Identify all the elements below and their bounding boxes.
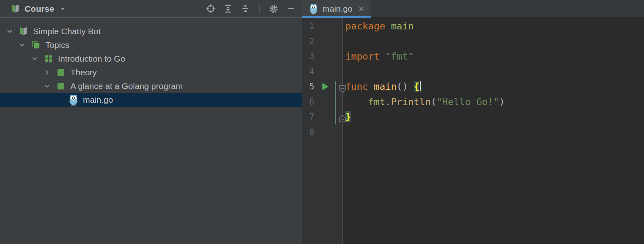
chevron-down-icon[interactable] — [18, 41, 26, 49]
topics-stack-icon — [31, 39, 41, 51]
code-token: "Hello Go!" — [436, 96, 499, 108]
matched-brace: { — [414, 81, 419, 92]
code-line[interactable] — [345, 125, 644, 140]
code-token: main — [374, 81, 397, 92]
task-square-icon — [56, 80, 66, 92]
code-token: . — [385, 96, 391, 108]
chevron-right-icon[interactable] — [43, 68, 51, 77]
editor-tab-bar: main.go ✕ — [302, 0, 644, 18]
close-tab-icon[interactable]: ✕ — [358, 4, 365, 13]
select-opened-file-icon[interactable] — [205, 3, 217, 14]
code-token — [385, 21, 391, 32]
tab-main-go[interactable]: main.go ✕ — [302, 0, 371, 17]
code-token: package — [345, 21, 385, 32]
fold-region-end-icon[interactable] — [338, 114, 347, 123]
hide-panel-icon[interactable] — [285, 3, 297, 14]
chevron-down-icon[interactable] — [43, 82, 51, 90]
tool-window-dropdown-chevron-icon[interactable] — [58, 4, 67, 13]
code-line[interactable]: fmt.Println("Hello Go!") — [345, 95, 644, 110]
code-token — [368, 81, 374, 92]
toolbar-separator — [259, 4, 260, 14]
line-number: 1 — [305, 19, 314, 34]
code-token — [345, 96, 368, 108]
task-square-icon — [56, 66, 66, 79]
settings-gear-icon[interactable] — [268, 3, 280, 15]
collapse-all-icon[interactable] — [239, 3, 251, 14]
expand-all-icon[interactable] — [222, 3, 234, 14]
code-token: ( — [431, 96, 436, 108]
tree-item-label: main.go — [83, 95, 113, 105]
editor-panel: main.go ✕ 1 2 3 4 5 6 7 8 — [302, 0, 644, 244]
tree-item-theory[interactable]: Theory — [0, 66, 302, 79]
tree-item-label: Topics — [45, 40, 70, 50]
line-number: 8 — [305, 125, 314, 140]
tab-label: main.go — [322, 4, 353, 14]
chevron-slot-empty — [56, 96, 64, 104]
tree-item-simple-chatty-bot[interactable]: Simple Chatty Bot — [0, 25, 302, 38]
chevron-down-icon[interactable] — [31, 55, 39, 63]
code-token: Println — [391, 96, 431, 108]
tree-item-label: Introduction to Go — [58, 54, 125, 64]
tree-item-label: Simple Chatty Bot — [33, 27, 101, 36]
code-token: fmt — [368, 96, 385, 108]
course-tree: Simple Chatty Bot Topics Introduction to… — [0, 18, 302, 107]
line-number: 7 — [305, 110, 314, 125]
code-token — [380, 51, 385, 62]
code-line[interactable]: package main — [345, 19, 644, 34]
code-line[interactable]: } — [345, 110, 644, 125]
code-line[interactable] — [345, 64, 644, 80]
tree-item-label: Theory — [70, 68, 97, 77]
text-caret — [420, 81, 421, 91]
tree-item-label: A glance at a Golang program — [70, 81, 183, 91]
tree-item-main-go[interactable]: main.go — [0, 93, 302, 107]
code-editor[interactable]: 1 2 3 4 5 6 7 8 — [302, 18, 644, 244]
code-area[interactable]: package main import "fmt" func main() { … — [343, 18, 644, 244]
ide-window: Course — [0, 0, 644, 244]
code-line[interactable]: import "fmt" — [345, 49, 644, 64]
line-number: 2 — [305, 34, 314, 50]
go-gopher-icon — [309, 3, 318, 14]
run-main-icon[interactable] — [321, 82, 330, 91]
editor-gutter[interactable]: 1 2 3 4 5 6 7 8 — [302, 18, 343, 244]
course-toolbar: Course — [0, 0, 302, 18]
line-number: 3 — [305, 49, 314, 64]
code-token: ) — [499, 96, 505, 108]
code-token: main — [391, 21, 414, 32]
tool-window-title[interactable]: Course — [25, 4, 54, 14]
vcs-added-lines-stripe[interactable] — [335, 81, 336, 124]
tree-item-topics[interactable]: Topics — [0, 38, 302, 52]
toolbar-actions — [205, 3, 297, 15]
line-number: 6 — [305, 95, 314, 110]
line-number: 4 — [305, 64, 314, 80]
code-token: () — [396, 81, 413, 92]
code-token: import — [345, 51, 380, 62]
tree-item-introduction-to-go[interactable]: Introduction to Go — [0, 52, 302, 66]
lesson-grid-icon — [43, 53, 54, 65]
course-tool-window: Course — [0, 0, 302, 244]
go-gopher-icon — [68, 94, 78, 106]
course-book-icon — [18, 25, 29, 37]
course-book-icon — [10, 4, 20, 14]
code-line[interactable]: func main() { — [345, 79, 644, 95]
chevron-down-icon[interactable] — [6, 27, 14, 35]
fold-region-start-icon[interactable] — [338, 85, 347, 93]
tree-item-a-glance-at-a-golang-program[interactable]: A glance at a Golang program — [0, 79, 302, 93]
code-token: "fmt" — [385, 51, 414, 62]
code-line[interactable] — [345, 34, 644, 50]
line-number-current: 5 — [305, 79, 314, 95]
code-token: func — [345, 81, 368, 92]
